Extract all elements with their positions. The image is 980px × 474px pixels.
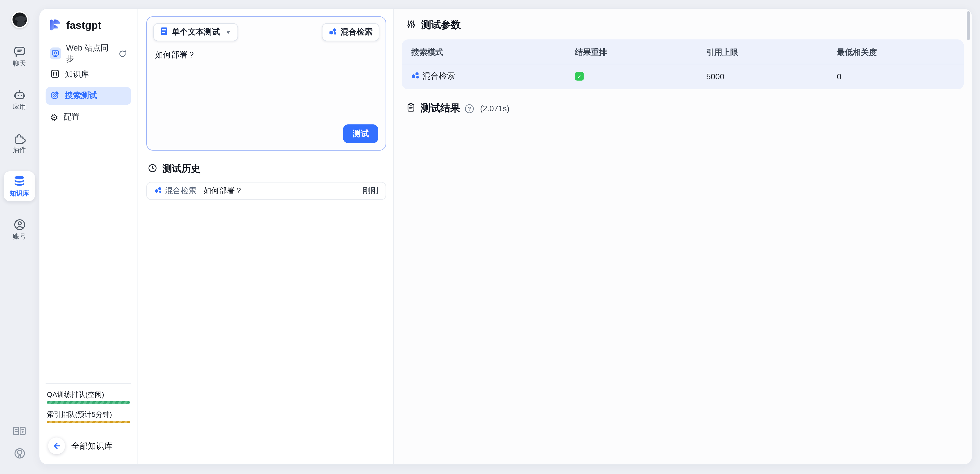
params-header: 测试参数: [406, 19, 964, 32]
param-quote-limit-value: 5000: [697, 64, 827, 82]
text-file-icon: [160, 27, 168, 38]
gear-icon: ⚙: [50, 113, 59, 122]
index-queue-label: 索引排队(预计5分钟): [47, 410, 130, 419]
index-queue-bar: [47, 421, 130, 423]
results-header: 测试结果 ? (2.071s): [406, 102, 964, 115]
search-mode-button[interactable]: 混合检索: [321, 23, 379, 41]
clipboard-icon: [406, 102, 415, 115]
rail-item-label: 聊天: [13, 59, 26, 68]
scrollbar-thumb[interactable]: [967, 11, 970, 40]
sidebar-item-config[interactable]: ⚙ 配置: [46, 108, 131, 126]
rail-item-plugins[interactable]: 插件: [4, 128, 35, 157]
results-title: 测试结果: [421, 102, 460, 115]
target-icon: [50, 90, 60, 102]
dataset-sidebar: fastgpt Web 站点同步 知识库 搜索测试 ⚙ 配置 QA: [39, 9, 138, 464]
param-min-relevance-value: 0: [827, 64, 964, 82]
sidebar-item-web-sync[interactable]: Web 站点同步: [46, 45, 131, 62]
collection-icon: [50, 68, 60, 81]
hybrid-search-icon: [329, 27, 337, 37]
hybrid-search-icon: [411, 71, 419, 81]
sidebar-item-label: 配置: [63, 112, 80, 122]
sidebar-item-label: 搜索测试: [65, 91, 97, 101]
chevron-down-icon: ▼: [226, 30, 231, 35]
rail-item-label: 插件: [13, 145, 26, 154]
sidebar-item-label: Web 站点同步: [66, 43, 113, 64]
params-table: 搜索模式 结果重排 引用上限 最低相关度 混合检索 ✓ 5000 0: [402, 39, 964, 89]
hybrid-search-icon: [154, 186, 162, 196]
rail-item-label: 应用: [13, 103, 26, 111]
history-time: 刚刚: [363, 186, 378, 196]
fastgpt-logo-icon: [48, 18, 62, 32]
checkbox-checked-icon: ✓: [575, 72, 584, 81]
qa-queue-label: QA训练排队(空闲): [47, 390, 130, 399]
website-sync-icon: [50, 48, 61, 59]
search-duration: (2.071s): [480, 103, 509, 113]
results-panel: 测试参数 搜索模式 结果重排 引用上限 最低相关度 混合检索 ✓ 5000: [393, 9, 972, 464]
rail-item-label: 知识库: [10, 189, 29, 198]
params-title: 测试参数: [421, 19, 461, 32]
back-label: 全部知识库: [71, 440, 112, 452]
chat-icon: [13, 45, 26, 58]
qa-queue-bar: [47, 401, 130, 404]
sliders-icon: [406, 19, 416, 32]
rail-item-label: 账号: [13, 232, 26, 241]
param-col-rerank: 结果重排: [566, 45, 697, 64]
back-arrow-icon: [48, 437, 65, 454]
database-icon: [13, 174, 26, 188]
nav-rail: 聊天 应用 插件 知识库 账号: [0, 0, 39, 474]
user-avatar[interactable]: [11, 11, 28, 28]
query-text[interactable]: 如何部署？: [155, 49, 377, 60]
history-query: 如何部署？: [204, 186, 243, 196]
rail-item-account[interactable]: 账号: [4, 215, 35, 244]
rail-item-datasets[interactable]: 知识库: [4, 171, 35, 201]
user-icon: [13, 218, 26, 231]
history-mode-label: 混合检索: [165, 186, 196, 196]
robot-icon: [13, 88, 26, 101]
run-test-button[interactable]: 测试: [343, 124, 378, 143]
test-mode-select[interactable]: 单个文本测试 ▼: [153, 23, 238, 41]
param-col-quote-limit: 引用上限: [697, 45, 827, 64]
back-to-datasets-button[interactable]: 全部知识库: [48, 437, 132, 454]
refresh-icon[interactable]: [118, 49, 127, 58]
query-input-box[interactable]: 单个文本测试 ▼ 混合检索 如何部署？ 测试: [146, 16, 386, 151]
plugin-icon: [13, 131, 26, 144]
history-header: 测试历史: [148, 162, 385, 176]
param-col-search-mode: 搜索模式: [402, 45, 565, 64]
clock-icon: [148, 163, 158, 175]
brand-header: fastgpt: [48, 18, 130, 32]
search-mode-label: 混合检索: [340, 27, 372, 38]
rail-item-apps[interactable]: 应用: [4, 85, 35, 115]
history-row[interactable]: 混合检索 如何部署？ 刚刚: [146, 182, 386, 200]
sidebar-item-dataset[interactable]: 知识库: [46, 65, 131, 84]
param-rerank-value: ✓: [566, 64, 697, 82]
param-col-min-relevance: 最低相关度: [827, 45, 964, 64]
app-title: fastgpt: [66, 19, 102, 31]
sidebar-item-search-test[interactable]: 搜索测试: [46, 87, 131, 105]
history-title: 测试历史: [162, 162, 200, 176]
docs-icon[interactable]: [13, 426, 26, 437]
rail-item-chat[interactable]: 聊天: [4, 42, 35, 71]
training-queue-status: QA训练排队(空闲) 索引排队(预计5分钟): [46, 383, 131, 429]
param-search-mode-value: 混合检索: [402, 64, 565, 82]
github-icon[interactable]: [13, 447, 26, 460]
app-root: 聊天 应用 插件 知识库 账号 fastgpt: [0, 0, 980, 474]
search-test-panel: 单个文本测试 ▼ 混合检索 如何部署？ 测试 测试历史: [138, 9, 393, 464]
test-mode-label: 单个文本测试: [172, 27, 220, 38]
sidebar-item-label: 知识库: [65, 70, 89, 80]
help-icon[interactable]: ?: [465, 104, 474, 113]
main-shell: fastgpt Web 站点同步 知识库 搜索测试 ⚙ 配置 QA: [39, 8, 973, 465]
